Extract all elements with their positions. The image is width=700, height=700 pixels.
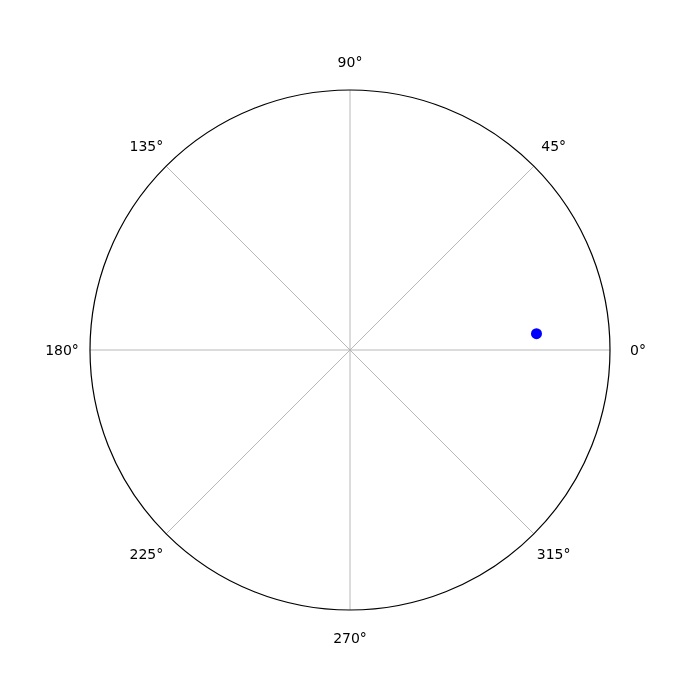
angular-gridline	[166, 166, 350, 350]
angular-tick-label: 135°	[129, 138, 163, 154]
angular-tick-label: 180°	[45, 342, 79, 358]
angular-tick-label: 0°	[630, 342, 646, 358]
angular-gridline	[350, 166, 534, 350]
polar-chart: 0°45°90°135°180°225°270°315°	[0, 0, 700, 700]
angular-tick-label: 315°	[537, 546, 571, 562]
data-point	[531, 328, 542, 339]
angular-tick-label: 225°	[129, 546, 163, 562]
angular-gridline	[166, 350, 350, 534]
angular-tick-label: 270°	[333, 630, 367, 646]
polar-chart-svg	[0, 0, 700, 700]
angular-gridline	[350, 350, 534, 534]
angular-tick-label: 45°	[541, 138, 566, 154]
angular-tick-label: 90°	[338, 54, 363, 70]
